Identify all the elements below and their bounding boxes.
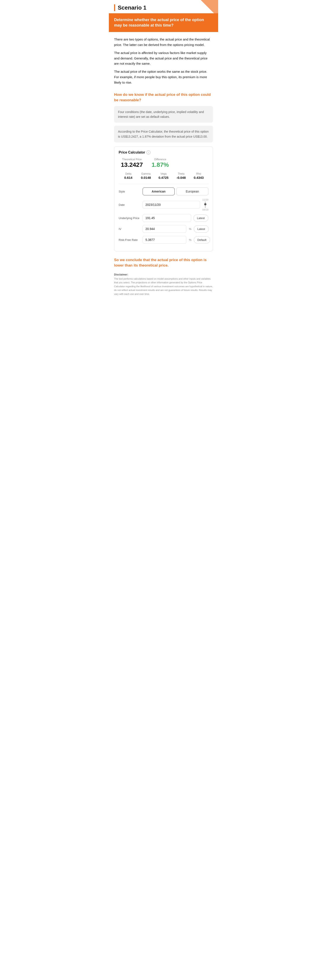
metrics-row: Theoretical Price 13.2427 Difference 1.8…: [119, 158, 208, 168]
iv-label: IV: [119, 228, 140, 231]
difference-metric: Difference 1.87%: [152, 158, 169, 168]
greek-gamma-label: Gamma: [137, 172, 155, 175]
info-icon-label: i: [148, 151, 149, 154]
body-paragraph-3: The actual price of the option works the…: [114, 69, 213, 85]
divider: [119, 184, 208, 184]
date-row: Date 11/20 04/19: [119, 198, 208, 211]
greek-theta: Theta -0.048: [172, 172, 190, 180]
sub-question: How do we know if the actual price of th…: [109, 90, 218, 106]
theoretical-price-metric: Theoretical Price 13.2427: [121, 158, 143, 168]
theoretical-price-label: Theoretical Price: [121, 158, 143, 161]
greek-delta-label: Delta: [119, 172, 137, 175]
greek-rho-value: 0.4343: [190, 176, 208, 180]
info-icon[interactable]: i: [146, 151, 151, 154]
style-label: Style: [119, 190, 140, 193]
info-box-2: According to the Price Calculator, the t…: [114, 126, 213, 142]
body-text-area: There are two types of options, the actu…: [109, 32, 218, 90]
sub-question-text: How do we know if the actual price of th…: [114, 92, 213, 103]
disclaimer-title: Disclaimer:: [114, 273, 213, 276]
greek-vega-value: 0.4725: [155, 176, 172, 180]
greek-gamma: Gamma 0.0148: [137, 172, 155, 180]
info-box-text-2: According to the Price Calculator, the t…: [118, 129, 209, 139]
greek-theta-label: Theta: [172, 172, 190, 175]
disclaimer: Disclaimer: The tool performs calculatio…: [109, 272, 218, 301]
iv-unit: %: [189, 228, 192, 231]
difference-value: 1.87%: [152, 161, 169, 168]
style-btn-american[interactable]: American: [143, 188, 175, 195]
iv-latest-btn[interactable]: Latest: [194, 225, 209, 232]
style-row: Style American European: [119, 188, 208, 195]
iv-row: IV % Latest: [119, 225, 208, 233]
page-wrapper: Scenario 1 Determine whether the actual …: [109, 0, 218, 309]
price-calculator-card: Price Calculator i Theoretical Price 13.…: [114, 146, 213, 251]
disclaimer-text: The tool performs calculations based on …: [114, 277, 213, 296]
body-paragraph-2: The actual price is affected by various …: [114, 50, 213, 67]
greek-gamma-value: 0.0148: [137, 176, 155, 180]
scenario-title: Scenario 1: [114, 4, 213, 11]
underlying-price-latest-btn[interactable]: Latest: [193, 215, 208, 222]
greek-rho: Rho 0.4343: [190, 172, 208, 180]
risk-free-rate-default-btn[interactable]: Default: [194, 236, 210, 243]
date-input[interactable]: [143, 201, 200, 208]
info-boxes: Four conditions (the date, underlying pr…: [109, 106, 218, 143]
greek-rho-label: Rho: [190, 172, 208, 175]
greek-vega-label: Vega: [155, 172, 172, 175]
risk-free-rate-input[interactable]: [143, 236, 186, 244]
conclusion-text: So we conclude that the actual price of …: [114, 258, 213, 268]
calc-card-title: Price Calculator: [119, 151, 145, 154]
date-range-end: 04/19: [202, 208, 208, 211]
greek-theta-value: -0.048: [172, 176, 190, 180]
underlying-price-row: Underlying Price Latest: [119, 214, 208, 222]
difference-label: Difference: [152, 158, 169, 161]
underlying-price-label: Underlying Price: [119, 216, 140, 220]
conclusion: So we conclude that the actual price of …: [109, 255, 218, 272]
underlying-price-input[interactable]: [143, 214, 191, 222]
info-box-1: Four conditions (the date, underlying pr…: [114, 106, 213, 123]
body-paragraph-1: There are two types of options, the actu…: [114, 37, 213, 48]
theoretical-price-value: 13.2427: [121, 161, 143, 168]
calc-card-header: Price Calculator i: [119, 151, 208, 154]
question-banner-text: Determine whether the actual price of th…: [114, 17, 213, 28]
greeks-row: Delta 0.614 Gamma 0.0148 Vega 0.4725 The…: [119, 172, 208, 180]
style-btn-european[interactable]: European: [176, 188, 208, 195]
greek-delta: Delta 0.614: [119, 172, 137, 180]
date-label: Date: [119, 203, 140, 207]
risk-free-rate-unit: %: [189, 238, 192, 242]
risk-free-rate-row: Risk-Free Rate % Default: [119, 236, 208, 244]
greek-delta-value: 0.614: [119, 176, 137, 180]
risk-free-rate-label: Risk-Free Rate: [119, 238, 140, 242]
date-range-start: 11/20: [202, 198, 208, 201]
info-box-text-1: Four conditions (the date, underlying pr…: [118, 110, 209, 119]
iv-input[interactable]: [143, 225, 186, 233]
greek-vega: Vega 0.4725: [155, 172, 172, 180]
style-toggle: American European: [143, 188, 208, 195]
scenario-header: Scenario 1: [109, 0, 218, 13]
question-banner: Determine whether the actual price of th…: [109, 13, 218, 32]
